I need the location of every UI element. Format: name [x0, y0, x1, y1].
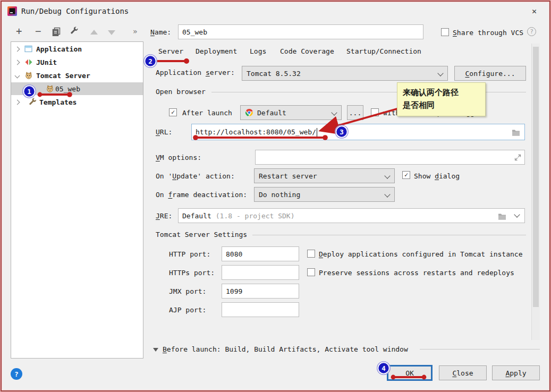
http-port-label: HTTP port: [169, 251, 210, 258]
application-server-value: Tomcat 8.5.32 [247, 70, 301, 78]
tree-item-label: Application [36, 45, 82, 53]
ajp-port-label: AJP port: [169, 306, 206, 313]
jre-value-detail: (1.8 - project SDK) [216, 212, 295, 220]
folder-icon[interactable] [498, 213, 506, 220]
jmx-port-label: JMX port: [169, 288, 206, 295]
move-up-icon [90, 30, 98, 35]
section-divider [252, 235, 526, 235]
tomcat-icon [46, 84, 54, 93]
share-through-vcs-checkbox[interactable] [441, 28, 449, 36]
help-icon[interactable]: ? [11, 368, 22, 380]
tree-item-label: Templates [39, 98, 77, 106]
sticky-note-line2: 是否相同 [403, 99, 480, 112]
on-update-action-dropdown[interactable]: Restart server [254, 168, 395, 183]
tab-server[interactable]: Server [158, 46, 183, 56]
window-title: Run/Debug Configurations [21, 7, 129, 15]
expander-collapsed-icon[interactable] [15, 46, 20, 52]
open-browser-section-title: Open browser [156, 88, 206, 95]
deploy-applications-checkbox[interactable] [307, 250, 315, 258]
show-dialog-checkbox[interactable]: ✓ [402, 171, 410, 179]
vertical-scrollbar-track[interactable] [531, 44, 540, 340]
ok-button[interactable]: OK [387, 365, 433, 381]
application-server-dropdown[interactable]: Tomcat 8.5.32 [242, 66, 448, 81]
toolbar-more-icon[interactable]: » [133, 28, 137, 35]
expander-collapsed-icon[interactable] [15, 99, 20, 105]
tree-item-application[interactable]: Application [11, 42, 143, 55]
tree-item-junit[interactable]: JUnit [11, 56, 143, 69]
jre-combobox[interactable]: Default (1.8 - project SDK) [178, 208, 525, 223]
ajp-port-input[interactable] [222, 302, 299, 317]
tree-item-label: 05_web [55, 85, 80, 93]
application-icon [24, 45, 33, 53]
expand-field-icon[interactable] [514, 154, 521, 161]
expander-collapsed-icon[interactable] [15, 59, 20, 65]
folder-icon[interactable] [512, 129, 520, 136]
chevron-down-icon [437, 70, 443, 76]
tree-item-05-web-selected[interactable]: 05_web [11, 82, 143, 95]
browser-dropdown[interactable]: Default [240, 105, 342, 120]
url-value: http://localhost:8080/05_web/ [196, 128, 316, 136]
browse-browsers-button[interactable]: ... [347, 105, 363, 120]
annotation-marker-2: 2 [144, 55, 189, 67]
preserve-sessions-checkbox[interactable] [307, 268, 315, 276]
close-icon[interactable]: ✕ [532, 7, 537, 15]
preserve-sessions-label: Preserve sessions across restarts and re… [319, 269, 514, 276]
chevron-down-icon [384, 173, 390, 178]
sticky-note: 来确认两个路径 是否相同 [397, 82, 486, 116]
with-js-debugger-checkbox[interactable] [371, 108, 379, 116]
junit-icon [24, 58, 33, 66]
copy-configuration-icon[interactable] [52, 27, 61, 36]
after-launch-checkbox[interactable]: ✓ [169, 108, 177, 116]
expander-expanded-icon[interactable] [15, 73, 20, 78]
sticky-note-line1: 来确认两个路径 [403, 86, 480, 99]
on-update-action-label: On 'Update' action: [156, 173, 235, 180]
tab-deployment[interactable]: Deployment [196, 46, 237, 56]
intellij-logo-icon [7, 6, 17, 16]
url-label: URL: [156, 129, 172, 135]
tab-logs[interactable]: Logs [250, 46, 266, 56]
tree-item-label: JUnit [36, 58, 57, 66]
add-configuration-button[interactable]: + [16, 26, 22, 36]
chrome-icon [245, 108, 253, 117]
jmx-port-input[interactable]: 1099 [222, 284, 299, 299]
name-input[interactable]: 05_web [178, 24, 423, 39]
tab-code-coverage[interactable]: Code Coverage [280, 46, 334, 56]
chevron-down-icon [384, 191, 390, 197]
remove-configuration-button[interactable]: − [35, 26, 41, 36]
apply-button[interactable]: Apply [492, 365, 540, 380]
tomcat-settings-section-title: Tomcat Server Settings [156, 231, 247, 238]
deploy-applications-label: Deploy applications configured in Tomcat… [319, 251, 523, 258]
jre-value: Default [182, 212, 211, 220]
before-launch-expander-icon[interactable] [153, 348, 158, 352]
move-down-icon [108, 30, 115, 35]
tab-startup-connection[interactable]: Startup/Connection [346, 46, 421, 56]
run-debug-configurations-dialog: Run/Debug Configurations ✕ + − » Name: 0… [0, 0, 551, 392]
edit-templates-wrench-icon[interactable] [70, 27, 79, 36]
chevron-down-icon [331, 109, 337, 115]
tree-item-tomcat-server[interactable]: Tomcat Server [11, 69, 143, 82]
on-frame-deactivation-label: On frame deactivation: [156, 191, 247, 198]
show-dialog-label: Show dialog [414, 173, 460, 180]
name-value: 05_web [182, 28, 207, 36]
tree-item-templates[interactable]: Templates [11, 96, 143, 108]
name-label: Name: [150, 29, 171, 36]
share-through-vcs-label: Share through VCS [453, 29, 523, 36]
after-launch-label: After launch [182, 109, 232, 116]
vcs-help-icon[interactable]: ? [527, 27, 536, 36]
tree-item-label: Tomcat Server [36, 72, 90, 80]
https-port-input[interactable] [222, 265, 299, 280]
browser-value: Default [257, 109, 286, 117]
on-frame-deactivation-dropdown[interactable]: Do nothing [254, 187, 395, 202]
https-port-label: HTTPs port: [169, 269, 215, 276]
vertical-scrollbar-thumb[interactable] [533, 47, 539, 307]
vm-options-input[interactable] [255, 150, 525, 165]
application-server-label: Application server: [156, 69, 235, 76]
url-input[interactable]: http://localhost:8080/05_web/ [191, 124, 525, 140]
close-button[interactable]: Close [439, 365, 487, 380]
configure-button[interactable]: Configure... [454, 66, 526, 81]
http-port-input[interactable]: 8080 [222, 246, 299, 261]
before-launch-label[interactable]: Before launch: Build, Build Artifacts, A… [163, 346, 408, 353]
tomcat-icon [24, 71, 33, 80]
chevron-down-icon [514, 211, 520, 217]
svg-text:2: 2 [148, 57, 152, 65]
